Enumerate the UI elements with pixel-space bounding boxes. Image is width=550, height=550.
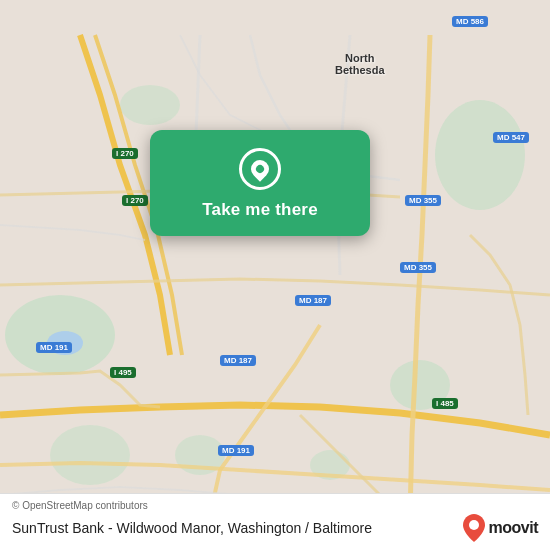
- md547-label: MD 547: [493, 132, 529, 143]
- take-me-there-button[interactable]: Take me there: [150, 130, 370, 236]
- md187-label-1: MD 187: [295, 295, 331, 306]
- bottom-bar: © OpenStreetMap contributors SunTrust Ba…: [0, 493, 550, 550]
- location-name-row: SunTrust Bank - Wildwood Manor, Washingt…: [12, 514, 538, 542]
- moovit-pin-icon: [463, 514, 485, 542]
- action-button-label: Take me there: [202, 200, 318, 220]
- md191-label-2: MD 191: [218, 445, 254, 456]
- md191-label-1: MD 191: [36, 342, 72, 353]
- svg-point-6: [120, 85, 180, 125]
- moovit-brand-text: moovit: [489, 519, 538, 537]
- svg-point-1: [435, 100, 525, 210]
- i485-label: I 485: [432, 398, 458, 409]
- map-roads: [0, 0, 550, 550]
- svg-point-3: [50, 425, 130, 485]
- i270-label-2: I 270: [122, 195, 148, 206]
- md355-label-2: MD 355: [400, 262, 436, 273]
- i495-label-1: I 495: [110, 367, 136, 378]
- moovit-logo: moovit: [463, 514, 538, 542]
- location-pin-icon: [247, 156, 272, 181]
- i270-label-1: I 270: [112, 148, 138, 159]
- location-icon-circle: [239, 148, 281, 190]
- north-bethesda-label: NorthBethesda: [335, 52, 385, 76]
- md187-label-2: MD 187: [220, 355, 256, 366]
- md355-label-1: MD 355: [405, 195, 441, 206]
- md586-label: MD 586: [452, 16, 488, 27]
- attribution-text: © OpenStreetMap contributors: [12, 500, 538, 511]
- map-container: I 270 I 270 MD 355 MD 355 MD 187 MD 187 …: [0, 0, 550, 550]
- svg-point-8: [469, 520, 479, 530]
- location-name: SunTrust Bank - Wildwood Manor, Washingt…: [12, 520, 463, 536]
